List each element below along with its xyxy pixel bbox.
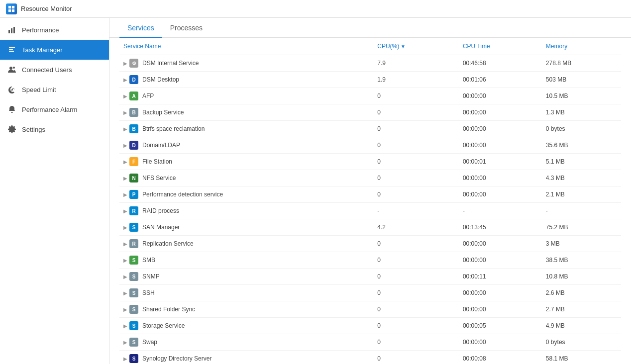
cpu-pct-cell: 0 (373, 351, 459, 364)
service-icon: S (129, 223, 138, 232)
service-name: Swap (142, 339, 157, 346)
tab-processes[interactable]: Processes (162, 18, 210, 38)
row-expand-icon[interactable]: ▶ (123, 208, 127, 214)
service-icon: S (129, 321, 138, 330)
row-expand-icon[interactable]: ▶ (123, 340, 127, 345)
cpu-time-cell: 00:00:00 (459, 186, 542, 203)
table-row[interactable]: ▶ S Synology Directory Server 0 00:00:08… (119, 351, 621, 364)
row-expand-icon[interactable]: ▶ (123, 143, 127, 148)
row-expand-icon[interactable]: ▶ (123, 258, 127, 263)
title-bar: Resource Monitor (0, 0, 631, 18)
speed-icon (7, 85, 17, 94)
col-memory[interactable]: Memory (542, 38, 621, 55)
cpu-pct-cell: 0 (373, 318, 459, 334)
service-name: Domain/LDAP (142, 142, 180, 149)
table-row[interactable]: ▶ N NFS Service 0 00:00:00 4.3 MB (119, 170, 621, 186)
cpu-time-cell: - (459, 203, 542, 219)
service-name: RAID process (142, 207, 179, 214)
table-row[interactable]: ▶ S Storage Service 0 00:00:05 4.9 MB (119, 318, 621, 334)
service-icon: F (129, 157, 138, 166)
row-expand-icon[interactable]: ▶ (123, 356, 127, 362)
tab-services[interactable]: Services (119, 18, 162, 38)
sidebar-item-settings[interactable]: Settings (0, 119, 109, 139)
table-row[interactable]: ▶ R Replication Service 0 00:00:00 3 MB (119, 236, 621, 252)
memory-cell: 2.1 MB (542, 186, 621, 203)
cpu-time-cell: 00:00:05 (459, 318, 542, 334)
sidebar-item-performance[interactable]: Performance (0, 20, 109, 40)
service-name-cell: ▶ D Domain/LDAP (119, 137, 373, 154)
table-row[interactable]: ▶ S Swap 0 00:00:00 0 bytes (119, 334, 621, 351)
table-row[interactable]: ▶ S SNMP 0 00:00:11 10.8 MB (119, 269, 621, 285)
table-row[interactable]: ▶ ⚙ DSM Internal Service 7.9 00:46:58 27… (119, 55, 621, 72)
service-name-cell: ▶ B Btrfs space reclamation (119, 121, 373, 137)
table-row[interactable]: ▶ D DSM Desktop 1.9 00:01:06 503 MB (119, 72, 621, 88)
table-row[interactable]: ▶ R RAID process - - - (119, 203, 621, 219)
cpu-time-cell: 00:00:00 (459, 301, 542, 318)
row-expand-icon[interactable]: ▶ (123, 159, 127, 165)
row-expand-icon[interactable]: ▶ (123, 110, 127, 115)
row-expand-icon[interactable]: ▶ (123, 241, 127, 247)
sidebar-item-task-manager[interactable]: Task Manager (0, 40, 109, 60)
cpu-pct-cell: 0 (373, 88, 459, 104)
service-name-cell: ▶ N NFS Service (119, 170, 373, 186)
cpu-time-cell: 00:00:01 (459, 154, 542, 170)
cpu-pct-cell: 0 (373, 170, 459, 186)
service-icon: R (129, 239, 138, 248)
service-name: DSM Internal Service (142, 60, 199, 67)
service-name: SSH (142, 289, 155, 296)
table-row[interactable]: ▶ S Shared Folder Sync 0 00:00:00 2.7 MB (119, 301, 621, 318)
table-row[interactable]: ▶ S SMB 0 00:00:00 38.5 MB (119, 252, 621, 269)
svg-rect-1 (12, 5, 14, 8)
memory-cell: 35.6 MB (542, 137, 621, 154)
service-name-cell: ▶ ⚙ DSM Internal Service (119, 55, 373, 72)
cpu-pct-cell: 0 (373, 104, 459, 121)
table-row[interactable]: ▶ D Domain/LDAP 0 00:00:00 35.6 MB (119, 137, 621, 154)
table-row[interactable]: ▶ P Performance detection service 0 00:0… (119, 186, 621, 203)
table-row[interactable]: ▶ S SAN Manager 4.2 00:13:45 75.2 MB (119, 219, 621, 236)
row-expand-icon[interactable]: ▶ (123, 225, 127, 230)
memory-cell: 1.3 MB (542, 104, 621, 121)
row-expand-icon[interactable]: ▶ (123, 61, 127, 66)
row-expand-icon[interactable]: ▶ (123, 176, 127, 181)
row-expand-icon[interactable]: ▶ (123, 323, 127, 329)
row-expand-icon[interactable]: ▶ (123, 192, 127, 197)
col-service-name[interactable]: Service Name (119, 38, 373, 55)
sidebar-item-performance-label: Performance (22, 26, 59, 34)
cpu-time-cell: 00:00:00 (459, 285, 542, 301)
sidebar-item-speed-limit[interactable]: Speed Limit (0, 80, 109, 99)
row-expand-icon[interactable]: ▶ (123, 93, 127, 99)
svg-rect-5 (11, 28, 12, 33)
table-row[interactable]: ▶ F File Station 0 00:00:01 5.1 MB (119, 154, 621, 170)
cpu-pct-cell: 0 (373, 269, 459, 285)
cpu-time-cell: 00:00:00 (459, 170, 542, 186)
service-name-cell: ▶ B Backup Service (119, 104, 373, 121)
table-row[interactable]: ▶ B Btrfs space reclamation 0 00:00:00 0… (119, 121, 621, 137)
memory-cell: 2.6 MB (542, 285, 621, 301)
row-expand-icon[interactable]: ▶ (123, 307, 127, 312)
services-table-container[interactable]: Service Name CPU(%) CPU Time Memory ▶ ⚙ … (109, 38, 631, 364)
table-row[interactable]: ▶ B Backup Service 0 00:00:00 1.3 MB (119, 104, 621, 121)
sidebar-item-performance-alarm[interactable]: Performance Alarm (0, 99, 109, 119)
row-expand-icon[interactable]: ▶ (123, 290, 127, 296)
col-cpu-pct[interactable]: CPU(%) (373, 38, 459, 55)
service-icon: P (129, 190, 138, 199)
service-name-cell: ▶ S SMB (119, 252, 373, 269)
memory-cell: 0 bytes (542, 121, 621, 137)
service-icon: ⚙ (129, 59, 138, 68)
memory-cell: 4.9 MB (542, 318, 621, 334)
service-name-cell: ▶ S SSH (119, 285, 373, 301)
row-expand-icon[interactable]: ▶ (123, 126, 127, 132)
row-expand-icon[interactable]: ▶ (123, 274, 127, 279)
cpu-pct-cell: 0 (373, 334, 459, 351)
service-name: Shared Folder Sync (142, 306, 195, 313)
services-table: Service Name CPU(%) CPU Time Memory ▶ ⚙ … (119, 38, 621, 364)
table-row[interactable]: ▶ A AFP 0 00:00:00 10.5 MB (119, 88, 621, 104)
users-icon (7, 65, 17, 75)
table-row[interactable]: ▶ S SSH 0 00:00:00 2.6 MB (119, 285, 621, 301)
cpu-pct-cell: - (373, 203, 459, 219)
cpu-time-cell: 00:13:45 (459, 219, 542, 236)
sidebar-item-connected-users[interactable]: Connected Users (0, 60, 109, 80)
row-expand-icon[interactable]: ▶ (123, 77, 127, 83)
col-cpu-time[interactable]: CPU Time (459, 38, 542, 55)
cpu-pct-cell: 0 (373, 236, 459, 252)
